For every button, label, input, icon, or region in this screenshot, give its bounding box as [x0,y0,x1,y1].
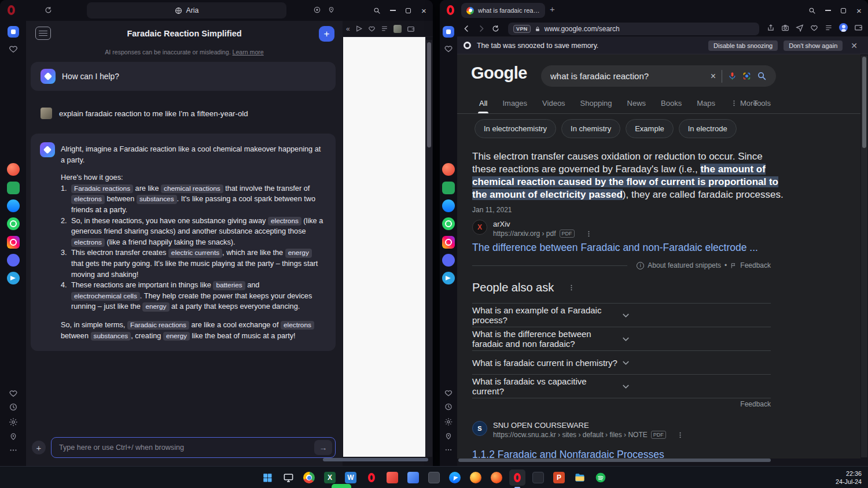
instagram-icon[interactable] [7,236,20,249]
chevron-down-icon[interactable] [620,334,768,345]
tab-videos[interactable]: Videos [542,99,565,108]
paa-question[interactable]: What is faradaic vs capacitive current? [472,375,771,398]
more-vertical-icon[interactable] [585,230,593,238]
paa-question[interactable]: What is faradaic current in chemistry? [472,351,771,375]
chat-input-box[interactable]: → [51,437,336,458]
profile-avatar-icon[interactable] [839,23,848,32]
tab-maps[interactable]: Maps [697,99,715,108]
file-explorer-icon[interactable] [572,469,588,486]
pin-panel-icon[interactable] [328,6,335,13]
google-tab[interactable]: what is faradaic reaction? [461,3,545,18]
more-horizontal-icon[interactable] [9,446,17,454]
close-notification-icon[interactable]: ✕ [851,41,858,50]
chevron-down-icon[interactable] [620,310,768,321]
search-query-text[interactable]: what is faradaic reaction? [550,71,705,81]
info-icon[interactable]: i [637,262,644,269]
tab-images[interactable]: Images [502,99,527,108]
back-icon[interactable] [462,24,471,33]
minimize-button[interactable] [820,0,836,21]
reload-icon[interactable] [491,24,500,33]
share-icon[interactable] [767,24,775,32]
tab-all[interactable]: All [479,99,487,108]
orange-app-icon[interactable] [488,469,505,486]
tab-news[interactable]: News [627,99,646,108]
collapse-sidebar-icon[interactable]: « [346,25,350,33]
tab-search-icon[interactable] [804,0,820,21]
more-vertical-icon[interactable] [676,431,684,439]
left-vertical-scrollbar[interactable] [426,40,432,457]
app-red-icon[interactable] [7,163,20,176]
right-horizontal-scrollbar[interactable] [458,459,771,462]
chevron-down-icon[interactable] [620,381,768,392]
aria-tab[interactable]: Aria [87,2,286,19]
chevron-down-icon[interactable] [620,357,768,368]
opera-menu-icon[interactable] [447,5,454,15]
bookmarks-heart-icon[interactable] [444,44,453,53]
mic-icon[interactable] [728,72,737,80]
settings-icon[interactable] [9,417,18,427]
red-app-icon[interactable] [384,469,400,486]
scrollbar-thumb[interactable] [427,42,431,147]
new-tab-button[interactable]: + [550,4,555,14]
opera-active-icon[interactable] [509,469,525,486]
dont-show-again-button[interactable]: Don't show again [784,40,843,51]
result-title-link[interactable]: 1.1.2 Faradaic and Nonfaradaic Processes [472,449,664,459]
forward-icon[interactable] [477,24,486,33]
chrome-icon[interactable] [301,469,317,486]
close-button[interactable]: × [416,0,432,21]
left-horizontal-scrollbar[interactable] [323,458,428,461]
learn-more-link[interactable]: Learn more [233,49,264,56]
gray-app-icon[interactable] [426,469,442,486]
discord-icon[interactable] [442,254,455,267]
taskbar-clock[interactable]: 22:36 24-Jul-24 [836,469,862,486]
feedback-link[interactable]: Feedback [740,261,771,269]
telegram-icon[interactable] [442,272,455,284]
google-search-box[interactable]: what is faradaic reaction? × [541,65,776,87]
spotify-icon[interactable] [593,469,609,486]
word-icon[interactable]: W [343,469,359,486]
lock-icon[interactable] [535,26,540,32]
workspace-icon[interactable] [8,26,19,38]
chip-chemistry[interactable]: In chemistry [561,119,620,138]
share-icon[interactable] [355,25,363,32]
messenger-icon[interactable] [442,199,455,212]
search-icon[interactable] [757,71,767,81]
settings-icon[interactable] [444,417,453,426]
app-green-icon[interactable] [7,182,20,194]
start-button-icon[interactable] [259,469,275,486]
favorites-icon[interactable] [444,389,453,397]
reading-list-icon[interactable] [381,25,388,32]
result-title-link[interactable]: The difference between Faradaic and non-… [472,242,758,254]
app-green-icon[interactable] [442,182,455,194]
app-red-icon[interactable] [442,163,455,176]
paa-feedback-link[interactable]: Feedback [472,400,771,408]
maximize-button[interactable] [836,0,851,21]
google-logo[interactable]: Google [471,64,527,83]
tab-tools[interactable]: Tools [753,93,771,113]
url-field[interactable]: VPN www.google.com/search [508,23,759,35]
tab-books[interactable]: Books [661,99,682,108]
history-icon[interactable] [9,402,18,412]
camera-icon[interactable] [781,24,789,32]
messenger-icon[interactable] [7,199,20,212]
instagram-icon[interactable] [442,236,455,249]
vpn-badge[interactable]: VPN [513,25,531,33]
chip-example[interactable]: Example [626,119,674,138]
opera-icon[interactable] [363,469,380,486]
messenger-icon[interactable] [447,469,463,486]
tab-shopping[interactable]: Shopping [580,99,612,108]
extension-icon[interactable] [393,25,402,33]
pdf-page[interactable] [343,37,425,457]
clear-icon[interactable]: × [711,71,716,82]
pin-icon[interactable] [444,432,453,440]
dark-app-icon[interactable] [530,469,546,486]
minimize-button[interactable] [385,0,400,21]
tab-cycler-icon[interactable] [44,6,53,14]
paa-question[interactable]: What is the difference between faradaic … [472,327,771,351]
close-button[interactable]: × [851,0,867,21]
chip-electrode[interactable]: In electrode [679,119,737,138]
heart-icon[interactable] [810,24,818,32]
chat-input[interactable] [59,443,314,452]
system-app-icon[interactable] [280,469,296,486]
wallet-icon[interactable] [854,23,863,32]
